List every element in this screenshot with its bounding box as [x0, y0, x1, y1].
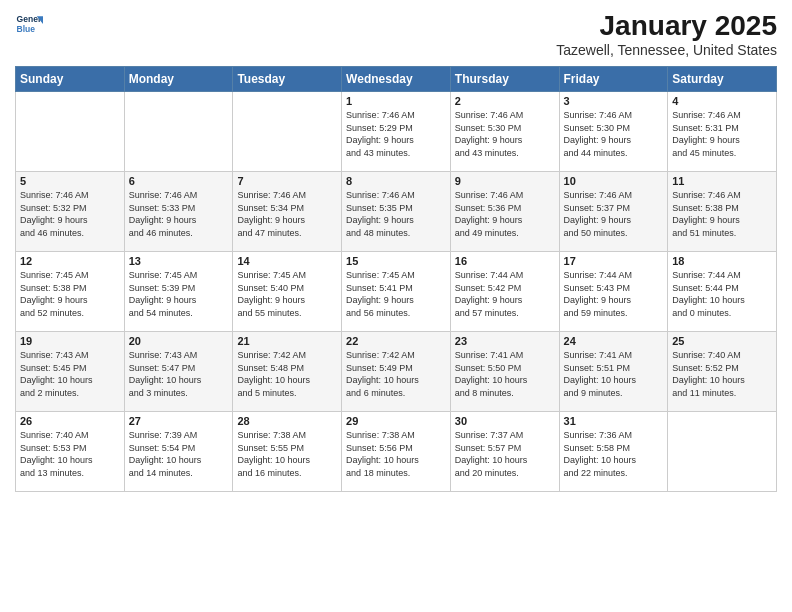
day-number: 6 [129, 175, 229, 187]
day-detail: Sunrise: 7:40 AM Sunset: 5:53 PM Dayligh… [20, 429, 120, 479]
day-detail: Sunrise: 7:46 AM Sunset: 5:35 PM Dayligh… [346, 189, 446, 239]
day-number: 3 [564, 95, 664, 107]
calendar-cell: 2Sunrise: 7:46 AM Sunset: 5:30 PM Daylig… [450, 92, 559, 172]
page: General Blue January 2025 Tazewell, Tenn… [0, 0, 792, 612]
day-detail: Sunrise: 7:43 AM Sunset: 5:47 PM Dayligh… [129, 349, 229, 399]
day-detail: Sunrise: 7:46 AM Sunset: 5:30 PM Dayligh… [455, 109, 555, 159]
day-number: 1 [346, 95, 446, 107]
day-detail: Sunrise: 7:46 AM Sunset: 5:30 PM Dayligh… [564, 109, 664, 159]
calendar-cell: 7Sunrise: 7:46 AM Sunset: 5:34 PM Daylig… [233, 172, 342, 252]
day-detail: Sunrise: 7:46 AM Sunset: 5:29 PM Dayligh… [346, 109, 446, 159]
calendar-cell [668, 412, 777, 492]
calendar-cell: 25Sunrise: 7:40 AM Sunset: 5:52 PM Dayli… [668, 332, 777, 412]
calendar-header: SundayMondayTuesdayWednesdayThursdayFrid… [16, 67, 777, 92]
day-header-saturday: Saturday [668, 67, 777, 92]
calendar-cell: 1Sunrise: 7:46 AM Sunset: 5:29 PM Daylig… [342, 92, 451, 172]
logo: General Blue [15, 10, 43, 38]
day-detail: Sunrise: 7:41 AM Sunset: 5:50 PM Dayligh… [455, 349, 555, 399]
day-header-monday: Monday [124, 67, 233, 92]
day-number: 10 [564, 175, 664, 187]
day-detail: Sunrise: 7:46 AM Sunset: 5:36 PM Dayligh… [455, 189, 555, 239]
svg-text:General: General [17, 14, 43, 24]
header: General Blue January 2025 Tazewell, Tenn… [15, 10, 777, 58]
calendar-cell: 22Sunrise: 7:42 AM Sunset: 5:49 PM Dayli… [342, 332, 451, 412]
day-detail: Sunrise: 7:46 AM Sunset: 5:33 PM Dayligh… [129, 189, 229, 239]
day-detail: Sunrise: 7:43 AM Sunset: 5:45 PM Dayligh… [20, 349, 120, 399]
week-row-0: 1Sunrise: 7:46 AM Sunset: 5:29 PM Daylig… [16, 92, 777, 172]
calendar-cell: 21Sunrise: 7:42 AM Sunset: 5:48 PM Dayli… [233, 332, 342, 412]
day-detail: Sunrise: 7:44 AM Sunset: 5:44 PM Dayligh… [672, 269, 772, 319]
calendar-cell: 27Sunrise: 7:39 AM Sunset: 5:54 PM Dayli… [124, 412, 233, 492]
calendar-cell [233, 92, 342, 172]
day-number: 22 [346, 335, 446, 347]
day-number: 21 [237, 335, 337, 347]
calendar-cell: 28Sunrise: 7:38 AM Sunset: 5:55 PM Dayli… [233, 412, 342, 492]
week-row-1: 5Sunrise: 7:46 AM Sunset: 5:32 PM Daylig… [16, 172, 777, 252]
day-number: 28 [237, 415, 337, 427]
day-header-wednesday: Wednesday [342, 67, 451, 92]
day-number: 20 [129, 335, 229, 347]
calendar-cell: 16Sunrise: 7:44 AM Sunset: 5:42 PM Dayli… [450, 252, 559, 332]
day-number: 8 [346, 175, 446, 187]
day-header-row: SundayMondayTuesdayWednesdayThursdayFrid… [16, 67, 777, 92]
day-detail: Sunrise: 7:37 AM Sunset: 5:57 PM Dayligh… [455, 429, 555, 479]
day-header-sunday: Sunday [16, 67, 125, 92]
day-number: 15 [346, 255, 446, 267]
day-detail: Sunrise: 7:42 AM Sunset: 5:48 PM Dayligh… [237, 349, 337, 399]
calendar-cell: 6Sunrise: 7:46 AM Sunset: 5:33 PM Daylig… [124, 172, 233, 252]
day-detail: Sunrise: 7:46 AM Sunset: 5:31 PM Dayligh… [672, 109, 772, 159]
week-row-2: 12Sunrise: 7:45 AM Sunset: 5:38 PM Dayli… [16, 252, 777, 332]
title-block: January 2025 Tazewell, Tennessee, United… [556, 10, 777, 58]
day-number: 31 [564, 415, 664, 427]
day-number: 30 [455, 415, 555, 427]
calendar-cell: 5Sunrise: 7:46 AM Sunset: 5:32 PM Daylig… [16, 172, 125, 252]
day-number: 5 [20, 175, 120, 187]
calendar-table: SundayMondayTuesdayWednesdayThursdayFrid… [15, 66, 777, 492]
calendar-body: 1Sunrise: 7:46 AM Sunset: 5:29 PM Daylig… [16, 92, 777, 492]
logo-icon: General Blue [15, 10, 43, 38]
week-row-4: 26Sunrise: 7:40 AM Sunset: 5:53 PM Dayli… [16, 412, 777, 492]
day-number: 2 [455, 95, 555, 107]
calendar-cell: 10Sunrise: 7:46 AM Sunset: 5:37 PM Dayli… [559, 172, 668, 252]
calendar-cell: 13Sunrise: 7:45 AM Sunset: 5:39 PM Dayli… [124, 252, 233, 332]
calendar-cell: 11Sunrise: 7:46 AM Sunset: 5:38 PM Dayli… [668, 172, 777, 252]
week-row-3: 19Sunrise: 7:43 AM Sunset: 5:45 PM Dayli… [16, 332, 777, 412]
day-number: 25 [672, 335, 772, 347]
calendar-cell: 29Sunrise: 7:38 AM Sunset: 5:56 PM Dayli… [342, 412, 451, 492]
day-detail: Sunrise: 7:45 AM Sunset: 5:39 PM Dayligh… [129, 269, 229, 319]
calendar-cell: 31Sunrise: 7:36 AM Sunset: 5:58 PM Dayli… [559, 412, 668, 492]
calendar-cell: 19Sunrise: 7:43 AM Sunset: 5:45 PM Dayli… [16, 332, 125, 412]
day-detail: Sunrise: 7:40 AM Sunset: 5:52 PM Dayligh… [672, 349, 772, 399]
calendar-subtitle: Tazewell, Tennessee, United States [556, 42, 777, 58]
day-number: 14 [237, 255, 337, 267]
calendar-cell: 4Sunrise: 7:46 AM Sunset: 5:31 PM Daylig… [668, 92, 777, 172]
day-detail: Sunrise: 7:45 AM Sunset: 5:41 PM Dayligh… [346, 269, 446, 319]
day-number: 4 [672, 95, 772, 107]
day-detail: Sunrise: 7:36 AM Sunset: 5:58 PM Dayligh… [564, 429, 664, 479]
calendar-cell: 17Sunrise: 7:44 AM Sunset: 5:43 PM Dayli… [559, 252, 668, 332]
day-detail: Sunrise: 7:41 AM Sunset: 5:51 PM Dayligh… [564, 349, 664, 399]
day-number: 11 [672, 175, 772, 187]
day-detail: Sunrise: 7:44 AM Sunset: 5:42 PM Dayligh… [455, 269, 555, 319]
svg-text:Blue: Blue [17, 24, 36, 34]
calendar-cell: 23Sunrise: 7:41 AM Sunset: 5:50 PM Dayli… [450, 332, 559, 412]
day-number: 24 [564, 335, 664, 347]
calendar-cell: 24Sunrise: 7:41 AM Sunset: 5:51 PM Dayli… [559, 332, 668, 412]
calendar-cell [124, 92, 233, 172]
day-detail: Sunrise: 7:46 AM Sunset: 5:37 PM Dayligh… [564, 189, 664, 239]
calendar-cell: 30Sunrise: 7:37 AM Sunset: 5:57 PM Dayli… [450, 412, 559, 492]
day-number: 27 [129, 415, 229, 427]
day-number: 23 [455, 335, 555, 347]
day-number: 29 [346, 415, 446, 427]
day-detail: Sunrise: 7:45 AM Sunset: 5:40 PM Dayligh… [237, 269, 337, 319]
day-detail: Sunrise: 7:38 AM Sunset: 5:55 PM Dayligh… [237, 429, 337, 479]
day-detail: Sunrise: 7:45 AM Sunset: 5:38 PM Dayligh… [20, 269, 120, 319]
day-detail: Sunrise: 7:39 AM Sunset: 5:54 PM Dayligh… [129, 429, 229, 479]
day-number: 18 [672, 255, 772, 267]
day-number: 7 [237, 175, 337, 187]
day-number: 16 [455, 255, 555, 267]
day-number: 19 [20, 335, 120, 347]
day-detail: Sunrise: 7:42 AM Sunset: 5:49 PM Dayligh… [346, 349, 446, 399]
calendar-cell: 12Sunrise: 7:45 AM Sunset: 5:38 PM Dayli… [16, 252, 125, 332]
calendar-cell: 3Sunrise: 7:46 AM Sunset: 5:30 PM Daylig… [559, 92, 668, 172]
